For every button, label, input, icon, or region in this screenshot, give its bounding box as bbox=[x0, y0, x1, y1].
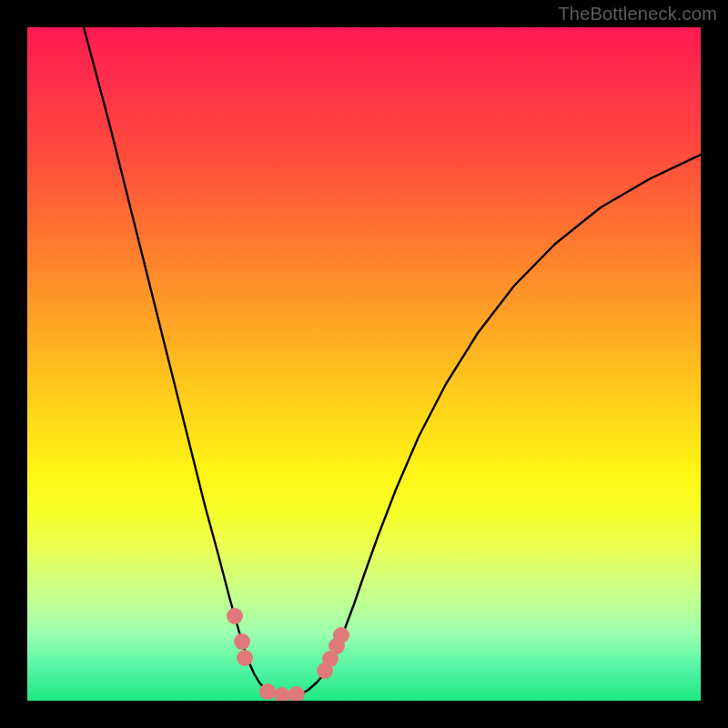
plot-area bbox=[27, 27, 701, 701]
bottleneck-curve bbox=[84, 27, 701, 697]
curve-svg bbox=[27, 27, 701, 701]
data-marker bbox=[288, 686, 305, 701]
watermark-text: TheBottleneck.com bbox=[558, 4, 717, 25]
data-marker bbox=[333, 627, 349, 643]
chart-frame: TheBottleneck.com bbox=[0, 0, 728, 728]
data-marker bbox=[234, 633, 250, 650]
marker-group bbox=[227, 608, 349, 701]
data-marker bbox=[274, 687, 290, 701]
data-marker bbox=[237, 650, 253, 666]
data-marker bbox=[259, 683, 276, 700]
data-marker bbox=[227, 608, 243, 624]
